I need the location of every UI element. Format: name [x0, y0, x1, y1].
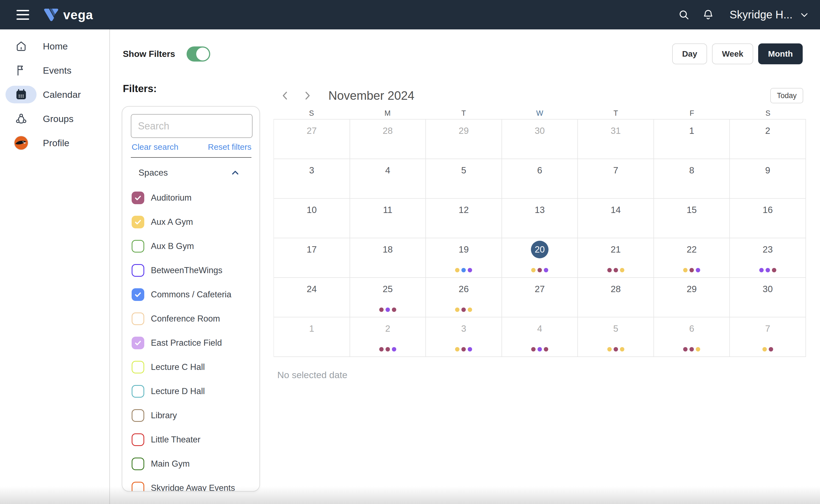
checkbox-aux-b-gym[interactable]	[132, 240, 144, 253]
show-filters-toggle[interactable]	[187, 46, 210, 62]
brand[interactable]: vega	[43, 7, 93, 22]
sidebar-item-groups[interactable]: Groups	[0, 107, 109, 131]
day-cell-7[interactable]: 7	[578, 159, 654, 199]
reset-filters-link[interactable]: Reset filters	[208, 142, 251, 152]
event-dots	[683, 268, 700, 272]
filter-space-conference-room[interactable]: Conference Room	[132, 312, 259, 325]
day-number: 30	[759, 280, 777, 298]
checkbox-aux-a-gym[interactable]	[132, 216, 144, 228]
day-cell-11[interactable]: 11	[350, 199, 426, 238]
view-button-week[interactable]: Week	[712, 43, 753, 64]
checkbox-little-theater[interactable]	[132, 433, 144, 446]
filter-space-commons-cafeteria[interactable]: Commons / Cafeteria	[132, 288, 259, 301]
day-cell-20[interactable]: 20	[502, 238, 578, 278]
day-cell-13[interactable]: 13	[502, 199, 578, 238]
day-cell-8[interactable]: 8	[654, 159, 730, 199]
checkbox-auditorium[interactable]	[132, 192, 144, 204]
day-cell-3[interactable]: 3	[274, 159, 350, 199]
filter-space-betweenthewings[interactable]: BetweenTheWings	[132, 264, 259, 277]
day-cell-prev-27[interactable]: 27	[274, 120, 350, 159]
day-cell-30[interactable]: 30	[730, 278, 806, 317]
day-cell-6[interactable]: 6	[502, 159, 578, 199]
day-cell-next-3[interactable]: 3	[426, 317, 502, 357]
day-cell-4[interactable]: 4	[350, 159, 426, 199]
day-cell-prev-30[interactable]: 30	[502, 120, 578, 159]
checkbox-main-gym[interactable]	[132, 458, 144, 470]
day-cell-next-2[interactable]: 2	[350, 317, 426, 357]
filters-heading: Filters:	[123, 83, 157, 95]
filter-space-library[interactable]: Library	[132, 409, 259, 422]
checkbox-commons-cafeteria[interactable]	[132, 288, 144, 301]
sidebar-item-profile[interactable]: Profile	[0, 131, 109, 155]
account-menu[interactable]: Skyridge H...	[730, 9, 809, 21]
day-cell-next-6[interactable]: 6	[654, 317, 730, 357]
spaces-section-header[interactable]: Spaces	[138, 168, 240, 178]
day-cell-21[interactable]: 21	[578, 238, 654, 278]
filter-space-main-gym[interactable]: Main Gym	[132, 458, 259, 470]
day-cell-28[interactable]: 28	[578, 278, 654, 317]
event-dot	[762, 347, 767, 351]
day-cell-2[interactable]: 2	[730, 120, 806, 159]
day-cell-prev-28[interactable]: 28	[350, 120, 426, 159]
day-cell-next-7[interactable]: 7	[730, 317, 806, 357]
next-month-icon[interactable]	[301, 90, 313, 101]
filter-space-aux-b-gym[interactable]: Aux B Gym	[132, 240, 259, 253]
day-cell-18[interactable]: 18	[350, 238, 426, 278]
checkbox-conference-room[interactable]	[132, 312, 144, 325]
view-button-day[interactable]: Day	[672, 43, 707, 64]
event-dot	[468, 347, 472, 351]
filter-space-lecture-d-hall[interactable]: Lecture D Hall	[132, 385, 259, 398]
sidebar-item-events[interactable]: Events	[0, 58, 109, 82]
view-button-month[interactable]: Month	[758, 43, 803, 64]
day-cell-12[interactable]: 12	[426, 199, 502, 238]
event-dot	[392, 347, 396, 351]
notifications-bell-icon[interactable]	[702, 9, 714, 21]
checkbox-library[interactable]	[132, 409, 144, 422]
page-bottom-shade	[0, 486, 820, 504]
day-cell-prev-29[interactable]: 29	[426, 120, 502, 159]
checkbox-lecture-c-hall[interactable]	[132, 361, 144, 373]
filter-space-east-practice-field[interactable]: East Practice Field	[132, 337, 259, 349]
filter-space-lecture-c-hall[interactable]: Lecture C Hall	[132, 361, 259, 373]
day-cell-14[interactable]: 14	[578, 199, 654, 238]
day-cell-29[interactable]: 29	[654, 278, 730, 317]
day-cell-9[interactable]: 9	[730, 159, 806, 199]
checkbox-east-practice-field[interactable]	[132, 337, 144, 349]
day-cell-19[interactable]: 19	[426, 238, 502, 278]
today-button[interactable]: Today	[770, 88, 803, 103]
filter-space-auditorium[interactable]: Auditorium	[132, 192, 259, 204]
search-icon[interactable]	[678, 9, 690, 21]
day-cell-next-1[interactable]: 1	[274, 317, 350, 357]
prev-month-icon[interactable]	[279, 90, 291, 101]
checkbox-lecture-d-hall[interactable]	[132, 385, 144, 398]
search-input[interactable]	[131, 114, 253, 138]
day-cell-24[interactable]: 24	[274, 278, 350, 317]
filter-space-aux-a-gym[interactable]: Aux A Gym	[132, 216, 259, 228]
event-dot	[544, 268, 548, 272]
day-cell-26[interactable]: 26	[426, 278, 502, 317]
day-cell-next-5[interactable]: 5	[578, 317, 654, 357]
day-cell-16[interactable]: 16	[730, 199, 806, 238]
event-dot	[468, 308, 472, 312]
day-cell-17[interactable]: 17	[274, 238, 350, 278]
day-cell-1[interactable]: 1	[654, 120, 730, 159]
day-number: 27	[303, 122, 320, 140]
day-cell-10[interactable]: 10	[274, 199, 350, 238]
clear-search-link[interactable]: Clear search	[132, 142, 178, 152]
day-cell-25[interactable]: 25	[350, 278, 426, 317]
filter-space-skyridge-away-events[interactable]: Skyridge Away Events	[132, 482, 259, 492]
day-cell-next-4[interactable]: 4	[502, 317, 578, 357]
checkbox-betweenthewings[interactable]	[132, 264, 144, 277]
day-cell-27[interactable]: 27	[502, 278, 578, 317]
divider	[131, 157, 251, 158]
day-cell-15[interactable]: 15	[654, 199, 730, 238]
day-cell-23[interactable]: 23	[730, 238, 806, 278]
checkbox-skyridge-away-events[interactable]	[132, 482, 144, 492]
menu-icon[interactable]	[16, 10, 29, 20]
day-cell-22[interactable]: 22	[654, 238, 730, 278]
sidebar-item-home[interactable]: Home	[0, 34, 109, 58]
day-cell-prev-31[interactable]: 31	[578, 120, 654, 159]
sidebar-item-calendar[interactable]: Calendar	[0, 82, 109, 107]
filter-space-little-theater[interactable]: Little Theater	[132, 433, 259, 446]
day-cell-5[interactable]: 5	[426, 159, 502, 199]
